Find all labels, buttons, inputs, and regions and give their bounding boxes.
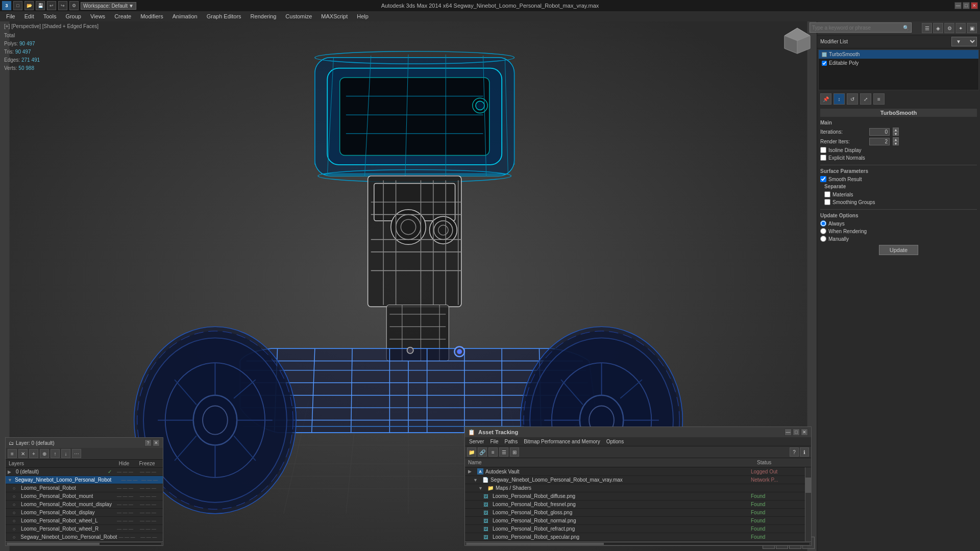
- layer-item[interactable]: ○ Loomo_Personal_Robot_wheel_R — — — — —…: [6, 525, 163, 533]
- layer-item[interactable]: ▶ 0 (default) ✓ — — — — — —: [6, 468, 163, 476]
- menu-modifiers[interactable]: Modifiers: [136, 12, 167, 20]
- asset-close-btn[interactable]: ✕: [801, 429, 808, 436]
- layer-item[interactable]: ○ Loomo_Personal_Robot_display — — — — —…: [6, 509, 163, 517]
- asset-tool-3[interactable]: ≡: [488, 447, 498, 457]
- rpanel-list-icon[interactable]: ≡: [873, 93, 885, 105]
- render-iters-down[interactable]: ▼: [893, 141, 899, 145]
- layer-item[interactable]: ○ Loomo_Personal_Robot_mount — — — — — —: [6, 492, 163, 500]
- layer-scrollbar[interactable]: [6, 541, 163, 545]
- menu-edit[interactable]: Edit: [20, 12, 38, 20]
- asset-row[interactable]: 🖼 Loomo_Personal_Robot_diffuse.png Found: [465, 492, 805, 500]
- layer-tool-4[interactable]: ⊕: [40, 449, 49, 458]
- asset-row[interactable]: 🖼 Loomo_Personal_Robot_normal.png Found: [465, 517, 805, 525]
- close-btn[interactable]: ✕: [971, 2, 978, 9]
- rp-icon-5[interactable]: ▣: [967, 23, 977, 33]
- layer-tool-5[interactable]: ↑: [51, 449, 60, 458]
- open-btn[interactable]: 📂: [24, 1, 34, 10]
- materials-checkbox[interactable]: [824, 191, 830, 197]
- rpanel-pin-icon[interactable]: 📌: [820, 93, 831, 105]
- modifier-turbosmooth[interactable]: TurboSmooth: [819, 50, 978, 59]
- iterations-input[interactable]: [869, 128, 890, 136]
- layer-tool-7[interactable]: ⋯: [72, 449, 81, 458]
- workspace-button[interactable]: Workspace: Default ▼: [81, 2, 136, 10]
- manually-radio[interactable]: [820, 236, 826, 242]
- render-iters-up[interactable]: ▲: [893, 137, 899, 141]
- layer-tool-2[interactable]: ✕: [18, 449, 28, 458]
- asset-row[interactable]: ▼ 📄 Segway_Ninebot_Loomo_Personal_Robot_…: [465, 476, 805, 484]
- layer-item[interactable]: ○ Loomo_Personal_Robot_mount_display — —…: [6, 500, 163, 509]
- rp-icon-3[interactable]: ⚙: [944, 23, 954, 33]
- layer-hscroll-thumb[interactable]: [7, 543, 100, 545]
- asset-menu-server[interactable]: Server: [467, 438, 486, 445]
- menu-rendering[interactable]: Rendering: [247, 12, 281, 20]
- rp-icon-1[interactable]: ☰: [922, 23, 932, 33]
- rpanel-scale-icon[interactable]: ⤢: [860, 93, 871, 105]
- menu-maxscript[interactable]: MAXScript: [317, 12, 352, 20]
- asset-tool-5[interactable]: ⊞: [510, 447, 519, 457]
- asset-menu-file[interactable]: File: [488, 438, 500, 445]
- render-iters-input[interactable]: [869, 138, 890, 145]
- smooth-result-checkbox[interactable]: [820, 176, 826, 182]
- rpanel-rotate-icon[interactable]: ↺: [847, 93, 858, 105]
- modifier-visibility-checkbox[interactable]: [822, 61, 827, 66]
- asset-row[interactable]: 🖼 Loomo_Personal_Robot_specular.png Foun…: [465, 533, 805, 541]
- save-btn[interactable]: 💾: [36, 1, 45, 10]
- modifier-editable-poly[interactable]: Editable Poly: [819, 59, 978, 67]
- search-bar[interactable]: 🔍: [810, 22, 912, 33]
- asset-row[interactable]: ▶ A Autodesk Vault Logged Out: [465, 467, 805, 476]
- explicit-normals-checkbox[interactable]: [820, 155, 826, 161]
- menu-help[interactable]: Help: [353, 12, 373, 20]
- asset-menu-options[interactable]: Options: [604, 438, 626, 445]
- menu-create[interactable]: Create: [110, 12, 135, 20]
- menu-tools[interactable]: Tools: [39, 12, 61, 20]
- layer-item[interactable]: ▼ Segway_Ninebot_Loomo_Personal_Robot — …: [6, 476, 163, 484]
- minimize-btn[interactable]: —: [954, 2, 962, 9]
- asset-row[interactable]: ▼ 📁 Maps / Shaders: [465, 484, 805, 492]
- smoothing-groups-checkbox[interactable]: [824, 199, 830, 205]
- modifier-list-dropdown[interactable]: ▼: [951, 37, 977, 46]
- when-rendering-radio[interactable]: [820, 228, 826, 234]
- rp-icon-2[interactable]: ◈: [933, 23, 943, 33]
- layer-help-btn[interactable]: ?: [144, 439, 152, 446]
- menu-file[interactable]: File: [2, 12, 19, 20]
- rp-icon-4[interactable]: ✦: [955, 23, 966, 33]
- asset-minimize-btn[interactable]: —: [785, 429, 792, 436]
- layer-tool-6[interactable]: ↓: [61, 449, 70, 458]
- rpanel-move-icon[interactable]: ↕: [834, 93, 845, 105]
- menu-customize[interactable]: Customize: [281, 12, 316, 20]
- layer-item[interactable]: ○ Loomo_Personal_Robot_wheel_L — — — — —…: [6, 517, 163, 525]
- asset-tool-4[interactable]: ☰: [499, 447, 508, 457]
- redo-btn[interactable]: ↪: [58, 1, 67, 10]
- layer-close-btn[interactable]: ✕: [153, 439, 160, 446]
- layer-item[interactable]: ○ Loomo_Personal_Robot — — — — — —: [6, 484, 163, 492]
- menu-views[interactable]: Views: [86, 12, 109, 20]
- iterations-down[interactable]: ▼: [893, 132, 899, 136]
- menu-animation[interactable]: Animation: [168, 12, 202, 20]
- asset-tool-help[interactable]: ?: [790, 447, 799, 457]
- menu-graph-editors[interactable]: Graph Editors: [203, 12, 246, 20]
- new-btn[interactable]: □: [13, 1, 22, 10]
- layer-item[interactable]: ○ Segway_Ninebot_Loomo_Personal_Robot — …: [6, 533, 163, 541]
- update-button[interactable]: Update: [879, 245, 918, 255]
- asset-menu-paths[interactable]: Paths: [503, 438, 520, 445]
- asset-tool-2[interactable]: 🔗: [478, 447, 487, 457]
- menu-group[interactable]: Group: [61, 12, 85, 20]
- layer-tool-1[interactable]: ≡: [8, 449, 17, 458]
- render-setting-btn[interactable]: ⚙: [69, 1, 79, 10]
- isoline-checkbox[interactable]: [820, 147, 826, 153]
- undo-btn[interactable]: ↩: [47, 1, 56, 10]
- asset-hscroll[interactable]: [465, 541, 811, 545]
- asset-row[interactable]: 🖼 Loomo_Personal_Robot_gloss.png Found: [465, 509, 805, 517]
- asset-tool-1[interactable]: 📁: [467, 447, 476, 457]
- asset-menu-bitmap[interactable]: Bitmap Performance and Memory: [522, 438, 602, 445]
- asset-hscroll-thumb[interactable]: [467, 543, 604, 545]
- asset-row[interactable]: 🖼 Loomo_Personal_Robot_refract.png Found: [465, 525, 805, 533]
- asset-row[interactable]: 🖼 Loomo_Personal_Robot_fresnel.png Found: [465, 500, 805, 509]
- iterations-up[interactable]: ▲: [893, 128, 899, 132]
- layer-tool-3[interactable]: +: [29, 449, 38, 458]
- maximize-btn[interactable]: □: [963, 2, 970, 9]
- viewport-cube-indicator[interactable]: [782, 26, 813, 56]
- asset-vscroll[interactable]: [805, 467, 811, 541]
- asset-tool-info[interactable]: ℹ: [800, 447, 809, 457]
- always-radio[interactable]: [820, 220, 826, 227]
